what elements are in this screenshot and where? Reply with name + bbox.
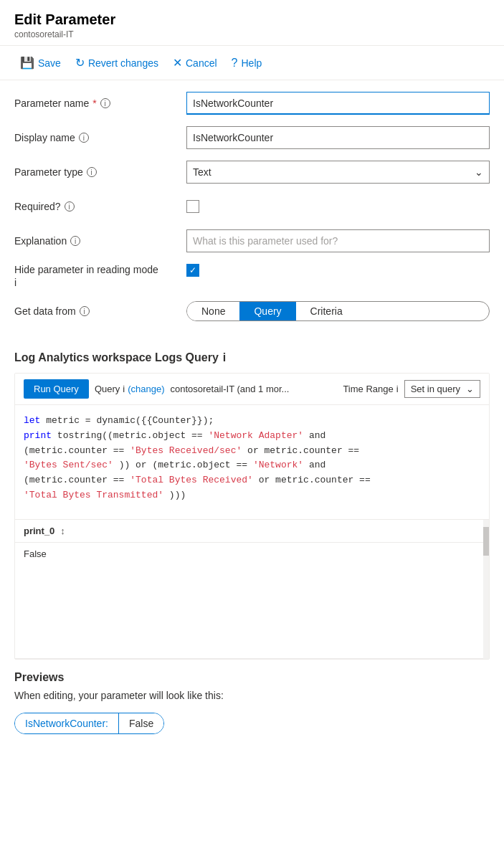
query-container: Run Query Query i (change) contosoretail… [14, 373, 490, 660]
preview-control: IsNetworkCounter: False [14, 713, 164, 734]
previews-description: When editing, your parameter will look l… [14, 690, 490, 701]
explanation-info-icon[interactable]: i [70, 236, 80, 246]
hide-param-checkbox[interactable] [186, 264, 199, 277]
run-query-button[interactable]: Run Query [24, 379, 89, 399]
parameter-name-row: Parameter name * i [14, 92, 490, 115]
display-name-info-icon[interactable]: i [79, 133, 89, 143]
previews-section: Previews When editing, your parameter wi… [0, 660, 504, 746]
scrollbar-track[interactable] [483, 520, 489, 659]
cancel-button[interactable]: ✕ Cancel [167, 52, 223, 74]
chevron-down-icon: ⌄ [475, 166, 483, 178]
parameter-type-info-icon[interactable]: i [87, 167, 97, 177]
query-header-right: Time Range i Set in query ⌄ [343, 380, 480, 398]
parameter-type-row: Parameter type i Text ⌄ [14, 161, 490, 184]
query-label: Query i (change) [95, 384, 165, 394]
required-control [186, 200, 490, 213]
query-section-title: Log Analytics workspace Logs Query i [0, 346, 504, 373]
parameter-name-control [186, 92, 490, 115]
get-data-row: Get data from i None Query Criteria [14, 300, 490, 323]
result-value: False [24, 548, 480, 559]
hide-param-row: Hide parameter in reading mode i [14, 264, 490, 288]
required-asterisk: * [92, 98, 96, 109]
explanation-input[interactable] [186, 229, 490, 252]
required-label: Required? i [14, 201, 186, 212]
preview-param-value: False [119, 713, 163, 733]
parameter-name-label: Parameter name * i [14, 98, 186, 109]
parameter-type-dropdown-btn[interactable]: Text ⌄ [186, 161, 490, 184]
query-header-left: Run Query Query i (change) contosoretail… [24, 379, 289, 399]
results-body: False [15, 543, 489, 659]
preview-param-label: IsNetworkCounter: [15, 713, 119, 733]
code-line-4: 'Bytes Sent/sec' )) or (metric.object ==… [24, 458, 480, 473]
parameter-type-control: Text ⌄ [186, 161, 490, 184]
page-subtitle: contosoretail-IT [14, 29, 490, 39]
get-data-none-btn[interactable]: None [187, 302, 239, 320]
code-line-6: 'Total Bytes Transmitted' ))) [24, 488, 480, 503]
display-name-input[interactable] [186, 126, 490, 149]
query-header: Run Query Query i (change) contosoretail… [15, 374, 489, 405]
save-icon: 💾 [20, 56, 34, 70]
page-header: Edit Parameter contosoretail-IT [0, 0, 504, 46]
scrollbar-thumb[interactable] [483, 527, 489, 556]
parameter-type-label: Parameter type i [14, 166, 186, 178]
help-button[interactable]: ? Help [226, 52, 268, 74]
display-name-control [186, 126, 490, 149]
required-info-icon[interactable]: i [65, 201, 75, 212]
code-line-3: (metric.counter == 'Bytes Received/sec' … [24, 444, 480, 459]
revert-icon: ↻ [75, 56, 85, 70]
code-line-5: (metric.counter == 'Total Bytes Received… [24, 473, 480, 488]
query-change-link[interactable]: (change) [128, 384, 164, 394]
display-name-label: Display name i [14, 132, 186, 143]
code-line-2: print tostring((metric.object == 'Networ… [24, 429, 480, 444]
results-area: print_0 ↕ False [15, 520, 489, 659]
query-section-info-icon[interactable]: i [223, 351, 226, 364]
time-range-label: Time Range i [343, 384, 398, 394]
get-data-criteria-btn[interactable]: Criteria [296, 302, 357, 320]
page-title: Edit Parameter [14, 11, 490, 28]
form-area: Parameter name * i Display name i Parame… [0, 80, 504, 346]
empty-rows [24, 559, 480, 652]
get-data-control: None Query Criteria [186, 301, 490, 321]
toolbar: 💾 Save ↻ Revert changes ✕ Cancel ? Help [0, 46, 504, 80]
results-header: print_0 ↕ [15, 520, 489, 543]
display-name-row: Display name i [14, 126, 490, 149]
previews-title: Previews [14, 671, 490, 684]
get-data-query-btn[interactable]: Query [239, 302, 295, 320]
help-icon: ? [232, 57, 238, 70]
save-button[interactable]: 💾 Save [14, 52, 67, 74]
time-range-dropdown[interactable]: Set in query ⌄ [404, 380, 480, 398]
parameter-name-info-icon[interactable]: i [100, 98, 110, 108]
code-line-1: let metric = dynamic({{Counter}}); [24, 414, 480, 429]
explanation-row: Explanation i [14, 229, 490, 252]
query-editor[interactable]: let metric = dynamic({{Counter}}); print… [15, 405, 489, 520]
get-data-info-icon[interactable]: i [80, 306, 90, 316]
required-row: Required? i [14, 195, 490, 218]
cancel-icon: ✕ [173, 56, 182, 70]
time-range-chevron-icon: ⌄ [466, 384, 474, 394]
query-label-info-icon[interactable]: i [123, 384, 125, 394]
sort-icon[interactable]: ↕ [60, 526, 65, 536]
explanation-control [186, 229, 490, 252]
parameter-type-dropdown[interactable]: Text ⌄ [186, 161, 490, 184]
query-source: contosoretail-IT (and 1 mor... [170, 384, 289, 394]
revert-changes-button[interactable]: ↻ Revert changes [70, 52, 164, 74]
hide-param-label: Hide parameter in reading mode i [14, 264, 186, 288]
parameter-name-input[interactable] [186, 92, 490, 115]
get-data-toggle-group: None Query Criteria [186, 301, 490, 321]
required-checkbox[interactable] [186, 200, 199, 213]
explanation-label: Explanation i [14, 235, 186, 247]
get-data-label: Get data from i [14, 305, 186, 317]
hide-param-info-icon[interactable]: i [14, 277, 16, 288]
time-range-info-icon[interactable]: i [396, 384, 399, 394]
hide-param-control [186, 264, 490, 277]
